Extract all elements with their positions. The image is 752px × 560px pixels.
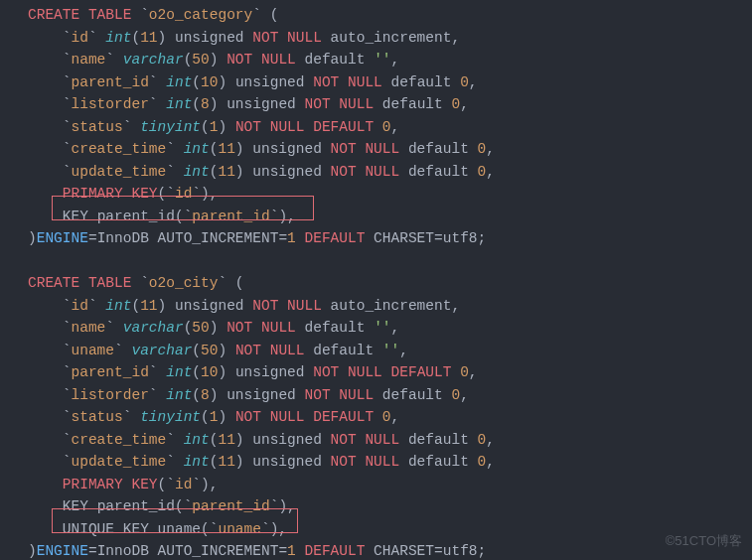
watermark: ©51CTO博客 bbox=[666, 530, 742, 553]
col-status: status bbox=[72, 119, 123, 135]
col-name: name bbox=[72, 52, 106, 68]
table-kw: TABLE bbox=[88, 7, 132, 23]
engine-kw: ENGINE bbox=[37, 230, 88, 246]
code-block: CREATE TABLE `o2o_category` ( `id` int(1… bbox=[0, 0, 752, 560]
col-parent: parent_id bbox=[72, 74, 149, 90]
table2-name: o2o_city bbox=[149, 275, 219, 291]
key-kw: KEY bbox=[63, 209, 88, 224]
table1-name: o2o_category bbox=[149, 7, 252, 23]
col-id: id bbox=[72, 30, 88, 46]
col-ctime: create_time bbox=[72, 141, 167, 157]
col-uname: uname bbox=[72, 343, 115, 358]
create-kw: CREATE bbox=[28, 7, 79, 23]
col-listorder: listorder bbox=[72, 96, 149, 112]
primary-key: PRIMARY KEY bbox=[63, 186, 158, 202]
col-utime: update_time bbox=[72, 164, 167, 180]
unique-key-kw: UNIQUE KEY bbox=[63, 521, 149, 537]
